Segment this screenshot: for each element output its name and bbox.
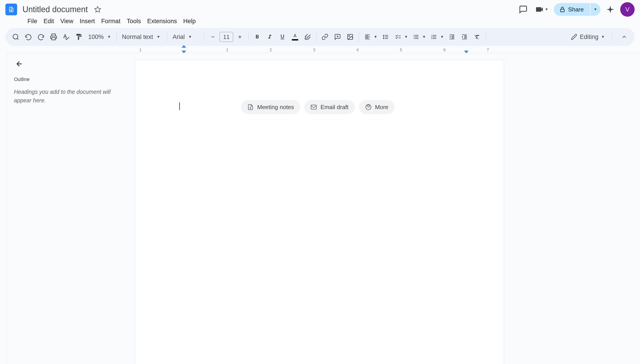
chevron-down-icon: ▼ (594, 8, 597, 12)
line-spacing-button[interactable] (380, 31, 391, 43)
menu-tools[interactable]: Tools (124, 16, 144, 26)
undo-button[interactable] (22, 31, 34, 43)
outline-hint: Headings you add to the document will ap… (14, 88, 121, 104)
checklist-button[interactable]: ▼ (392, 31, 409, 43)
separator (116, 32, 116, 42)
chevron-down-icon: ▼ (107, 35, 111, 39)
ruler-tick-label: 4 (356, 48, 359, 52)
close-outline-button[interactable] (14, 58, 25, 69)
ruler-tick-label: 1 (226, 48, 228, 52)
insert-link-button[interactable] (319, 31, 331, 43)
underline-button[interactable] (276, 31, 288, 43)
print-button[interactable] (48, 31, 60, 43)
suggestion-label: Meeting notes (257, 104, 294, 111)
docs-logo-icon[interactable] (6, 4, 17, 15)
svg-rect-14 (311, 105, 316, 109)
suggestion-label: Email draft (320, 104, 348, 111)
star-button[interactable] (93, 5, 102, 14)
menu-file[interactable]: File (24, 16, 40, 26)
style-value: Normal text (122, 34, 153, 40)
share-group: Share ▼ (554, 3, 600, 16)
suggestion-meeting-notes[interactable]: Meeting notes (241, 100, 300, 114)
search-menus-button[interactable] (10, 31, 22, 43)
ruler-tick-label: 2 (270, 48, 272, 52)
separator (612, 32, 612, 42)
paragraph-style-select[interactable]: Normal text ▼ (119, 31, 164, 43)
menu-help[interactable]: Help (180, 16, 199, 26)
editing-mode-select[interactable]: Editing ▼ (566, 31, 609, 43)
separator (167, 32, 167, 42)
bold-button[interactable] (251, 31, 263, 43)
comments-button[interactable] (517, 3, 530, 16)
suggestion-label: More (375, 104, 388, 111)
menu-format[interactable]: Format (98, 16, 124, 26)
increase-font-size-button[interactable] (234, 31, 246, 43)
menubar: File Edit View Insert Format Tools Exten… (0, 16, 640, 26)
share-dropdown[interactable]: ▼ (590, 3, 600, 16)
share-button[interactable]: Share (554, 3, 590, 16)
clear-formatting-button[interactable] (471, 31, 483, 43)
chevron-down-icon: ▼ (421, 35, 427, 39)
text-cursor (179, 102, 180, 110)
chevron-down-icon: ▼ (372, 35, 379, 39)
menu-view[interactable]: View (57, 16, 76, 26)
svg-line-2 (17, 38, 18, 40)
chevron-down-icon: ▼ (156, 35, 160, 39)
chevron-down-icon: ▼ (601, 35, 605, 39)
meet-button[interactable]: ▼ (533, 3, 550, 16)
text-color-button[interactable] (289, 31, 301, 43)
font-value: Arial (172, 34, 185, 40)
document-page[interactable]: Meeting notes Email draft More (135, 60, 504, 364)
canvas-area[interactable]: Meeting notes Email draft More (128, 53, 640, 364)
italic-button[interactable] (264, 31, 276, 43)
chevron-down-icon: ▼ (545, 8, 548, 12)
first-line-indent-marker[interactable] (182, 45, 186, 48)
collapse-toolbar-button[interactable] (618, 31, 630, 43)
svg-point-1 (13, 34, 18, 39)
chevron-down-icon: ▼ (439, 35, 445, 39)
toolbar: 100% ▼ Normal text ▼ Arial ▼ (6, 28, 634, 46)
ruler-tick-label: 5 (400, 48, 402, 52)
menu-extensions[interactable]: Extensions (144, 16, 180, 26)
chevron-down-icon: ▼ (403, 35, 409, 39)
numbered-list-button[interactable]: ▼ (428, 31, 445, 43)
svg-rect-3 (52, 38, 55, 40)
zoom-select[interactable]: 100% ▼ (86, 31, 114, 43)
spellcheck-button[interactable] (60, 31, 72, 43)
insert-image-button[interactable] (344, 31, 356, 43)
decrease-font-size-button[interactable] (207, 31, 219, 43)
decrease-indent-button[interactable] (446, 31, 458, 43)
text-color-swatch (292, 39, 298, 40)
bulleted-list-button[interactable]: ▼ (410, 31, 427, 43)
redo-button[interactable] (35, 31, 47, 43)
svg-point-10 (349, 36, 350, 36)
add-comment-button[interactable] (332, 31, 344, 43)
font-size-input[interactable] (220, 32, 233, 42)
vertical-ruler[interactable] (0, 53, 7, 364)
svg-rect-0 (560, 9, 564, 12)
share-label: Share (568, 6, 584, 13)
separator (316, 32, 316, 42)
main-area: Outline Headings you add to the document… (0, 53, 640, 364)
font-family-select[interactable]: Arial ▼ (170, 31, 202, 43)
menu-insert[interactable]: Insert (76, 16, 98, 26)
horizontal-ruler[interactable]: 1 1 2 3 4 5 6 7 (7, 48, 640, 53)
menu-edit[interactable]: Edit (40, 16, 58, 26)
template-suggestions: Meeting notes Email draft More (241, 100, 395, 114)
highlight-color-button[interactable] (302, 31, 314, 43)
paint-format-button[interactable] (73, 31, 84, 43)
suggestion-more[interactable]: More (359, 100, 395, 114)
ruler-tick-label: 1 (139, 48, 142, 52)
increase-indent-button[interactable] (458, 31, 470, 43)
zoom-value: 100% (88, 34, 104, 40)
ruler-tick-label: 6 (443, 48, 446, 52)
suggestion-email-draft[interactable]: Email draft (304, 100, 355, 114)
title-area: Untitled document (21, 4, 102, 15)
align-button[interactable]: ▼ (362, 31, 379, 43)
document-title[interactable]: Untitled document (21, 4, 90, 15)
outline-title: Outline (14, 76, 121, 82)
gemini-button[interactable] (604, 3, 616, 16)
header-right: ▼ Share ▼ V (517, 2, 634, 17)
account-avatar[interactable]: V (620, 2, 634, 17)
separator (248, 32, 249, 42)
